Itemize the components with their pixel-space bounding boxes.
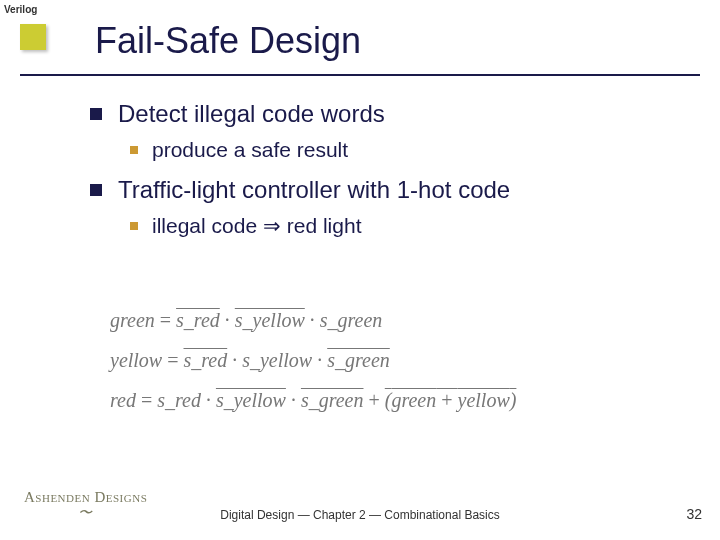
eq-term: s_red <box>157 389 201 411</box>
plus-icon: + <box>368 389 384 411</box>
bullet-text-left: illegal code <box>152 214 257 237</box>
eq-term-bar: s_green <box>327 349 390 371</box>
bullet-text: illegal code ⇒ red light <box>152 214 361 238</box>
accent-block <box>20 24 46 50</box>
bullet-icon <box>90 184 102 196</box>
content-area: Detect illegal code words produce a safe… <box>90 100 670 252</box>
footer-text: Digital Design — Chapter 2 — Combination… <box>0 508 720 522</box>
equals-icon: = <box>141 389 157 411</box>
implies-icon: ⇒ <box>263 214 287 237</box>
equals-icon: = <box>167 349 183 371</box>
bullet-text: Detect illegal code words <box>118 100 385 128</box>
equation-row: red = s_red · s_yellow · s_green + (gree… <box>110 380 516 420</box>
eq-term: s_yellow <box>242 349 312 371</box>
title-rule <box>20 74 700 76</box>
eq-lhs: red <box>110 389 136 411</box>
eq-term: yellow <box>458 389 510 411</box>
eq-term: s_green <box>320 309 383 331</box>
plus-icon: + <box>436 389 457 411</box>
bullet-icon <box>130 222 138 230</box>
bullet-icon <box>130 146 138 154</box>
dot-icon: · <box>291 389 301 411</box>
eq-term: green <box>391 389 436 411</box>
eq-lhs: green <box>110 309 155 331</box>
page-number: 32 <box>686 506 702 522</box>
bullet-level1: Traffic-light controller with 1-hot code <box>90 176 670 204</box>
equations-block: green = s_red · s_yellow · s_green yello… <box>110 300 516 420</box>
eq-term-bar: s_red <box>184 349 228 371</box>
eq-term-bar: s_green <box>301 389 364 411</box>
eq-lhs: yellow <box>110 349 162 371</box>
bullet-text: produce a safe result <box>152 138 348 162</box>
dot-icon: · <box>317 349 327 371</box>
bullet-level2: illegal code ⇒ red light <box>130 214 670 238</box>
header-label: Verilog <box>4 4 37 15</box>
bullet-text-right: red light <box>287 214 362 237</box>
bullet-icon <box>90 108 102 120</box>
logo-text: Ashenden Designs <box>24 489 147 505</box>
eq-term-bar: s_red <box>176 309 220 331</box>
dot-icon: · <box>225 309 235 331</box>
bullet-level2: produce a safe result <box>130 138 670 162</box>
bullet-level1: Detect illegal code words <box>90 100 670 128</box>
equation-row: green = s_red · s_yellow · s_green <box>110 300 516 340</box>
eq-term-bar: (green + yellow) <box>385 389 517 411</box>
eq-term-bar: s_yellow <box>235 309 305 331</box>
dot-icon: · <box>232 349 242 371</box>
eq-term-bar: s_yellow <box>216 389 286 411</box>
dot-icon: · <box>206 389 216 411</box>
equation-row: yellow = s_red · s_yellow · s_green <box>110 340 516 380</box>
equals-icon: = <box>160 309 176 331</box>
slide-title: Fail-Safe Design <box>95 20 361 62</box>
dot-icon: · <box>310 309 320 331</box>
bullet-text: Traffic-light controller with 1-hot code <box>118 176 510 204</box>
